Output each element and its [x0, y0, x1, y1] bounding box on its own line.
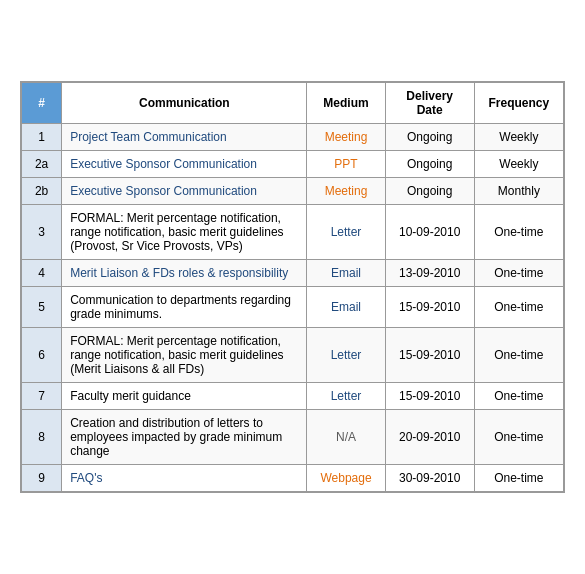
table-row-date: 30-09-2010 — [385, 465, 474, 492]
table-row-num: 2b — [22, 178, 62, 205]
col-header-frequency: Frequency — [474, 83, 563, 124]
table-row-medium: Meeting — [307, 178, 385, 205]
table-row-date: 15-09-2010 — [385, 287, 474, 328]
table-row-frequency: Weekly — [474, 124, 563, 151]
table-row-num: 1 — [22, 124, 62, 151]
table-row-num: 4 — [22, 260, 62, 287]
table-row-frequency: One-time — [474, 260, 563, 287]
table-row-frequency: One-time — [474, 383, 563, 410]
table-row-communication: FAQ's — [62, 465, 307, 492]
table-row-frequency: One-time — [474, 328, 563, 383]
table-row-communication: Executive Sponsor Communication — [62, 178, 307, 205]
table-row-medium: Email — [307, 260, 385, 287]
table-row-frequency: One-time — [474, 205, 563, 260]
col-header-delivery-date: Delivery Date — [385, 83, 474, 124]
table-row-medium: Meeting — [307, 124, 385, 151]
table-row-date: 20-09-2010 — [385, 410, 474, 465]
table-row-num: 5 — [22, 287, 62, 328]
table-row-frequency: One-time — [474, 410, 563, 465]
col-header-communication: Communication — [62, 83, 307, 124]
communication-plan-table: # Communication Medium Delivery Date Fre… — [20, 81, 565, 493]
table-row-date: Ongoing — [385, 178, 474, 205]
table-row-num: 7 — [22, 383, 62, 410]
table-row-medium: Email — [307, 287, 385, 328]
table-row-medium: PPT — [307, 151, 385, 178]
table-row-communication: Communication to departments regarding g… — [62, 287, 307, 328]
table-row-medium: N/A — [307, 410, 385, 465]
table-row-communication: Merit Liaison & FDs roles & responsibili… — [62, 260, 307, 287]
table-row-communication: Creation and distribution of letters to … — [62, 410, 307, 465]
table-row-date: 15-09-2010 — [385, 383, 474, 410]
table-row-medium: Letter — [307, 383, 385, 410]
table-row-communication: Project Team Communication — [62, 124, 307, 151]
table-row-communication: FORMAL: Merit percentage notification, r… — [62, 328, 307, 383]
table-row-num: 3 — [22, 205, 62, 260]
table-row-date: Ongoing — [385, 151, 474, 178]
table-row-communication: Faculty merit guidance — [62, 383, 307, 410]
table-row-num: 2a — [22, 151, 62, 178]
table-row-date: 15-09-2010 — [385, 328, 474, 383]
table-row-frequency: One-time — [474, 465, 563, 492]
table-row-medium: Letter — [307, 328, 385, 383]
table-row-medium: Letter — [307, 205, 385, 260]
table-row-date: Ongoing — [385, 124, 474, 151]
table-row-num: 6 — [22, 328, 62, 383]
table-row-communication: FORMAL: Merit percentage notification, r… — [62, 205, 307, 260]
table-row-frequency: Weekly — [474, 151, 563, 178]
col-header-hash: # — [22, 83, 62, 124]
table-row-num: 9 — [22, 465, 62, 492]
table-row-date: 10-09-2010 — [385, 205, 474, 260]
table-row-num: 8 — [22, 410, 62, 465]
col-header-medium: Medium — [307, 83, 385, 124]
table-row-frequency: Monthly — [474, 178, 563, 205]
table-row-frequency: One-time — [474, 287, 563, 328]
table-row-communication: Executive Sponsor Communication — [62, 151, 307, 178]
table-row-medium: Webpage — [307, 465, 385, 492]
table-row-date: 13-09-2010 — [385, 260, 474, 287]
